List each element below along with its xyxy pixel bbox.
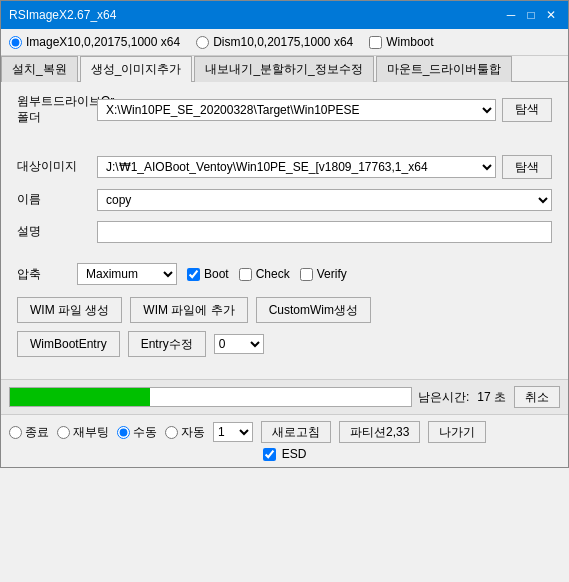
radio-bar: ImageX10,0,20175,1000 x64 Dism10,0,20175…: [1, 29, 568, 56]
check-label: Check: [256, 267, 290, 281]
compression-label: 압축: [17, 266, 67, 283]
manual-radio[interactable]: [117, 426, 130, 439]
action-buttons-row1: WIM 파일 생성 WIM 파일에 추가 CustomWim생성: [17, 297, 552, 323]
wim-drive-select[interactable]: X:\Win10PE_SE_20200328\Target\Win10PESE: [97, 99, 496, 121]
dism-radio-group[interactable]: Dism10,0,20175,1000 x64: [196, 35, 353, 49]
title-bar-controls: ─ □ ✕: [502, 6, 560, 24]
tab-mount[interactable]: 마운트_드라이버툴합: [376, 56, 513, 82]
name-label: 이름: [17, 192, 97, 208]
bottom-row2: ESD: [9, 447, 560, 461]
boot-check-group[interactable]: Boot: [187, 267, 229, 281]
esd-checkbox[interactable]: [263, 448, 276, 461]
main-window: RSImageX2.67_x64 ─ □ ✕ ImageX10,0,20175,…: [0, 0, 569, 468]
entry-select[interactable]: 0 1 2 3: [214, 334, 264, 354]
close-button[interactable]: ✕: [542, 6, 560, 24]
custom-wim-button[interactable]: CustomWim생성: [256, 297, 371, 323]
wimboot-checkbox[interactable]: [369, 36, 382, 49]
check-checkbox[interactable]: [239, 268, 252, 281]
manual-radio-group[interactable]: 수동: [117, 424, 157, 441]
desc-row: 설명: [17, 221, 552, 243]
wimboot-label: Wimboot: [386, 35, 433, 49]
auto-label: 자동: [181, 424, 205, 441]
progress-bar-container: [9, 387, 412, 407]
wimboot-group[interactable]: Wimboot: [369, 35, 433, 49]
wim-add-button[interactable]: WIM 파일에 추가: [130, 297, 247, 323]
wim-boot-entry-button[interactable]: WimBootEntry: [17, 331, 120, 357]
count-select[interactable]: 1 2 3: [213, 422, 253, 442]
minimize-button[interactable]: ─: [502, 6, 520, 24]
desc-input-group: [97, 221, 552, 243]
tab-create-image[interactable]: 생성_이미지추가: [80, 56, 193, 82]
browse-button-2[interactable]: 탐색: [502, 155, 552, 179]
name-row: 이름 copy: [17, 189, 552, 211]
next-button[interactable]: 나가기: [428, 421, 486, 443]
reboot-label: 재부팅: [73, 424, 109, 441]
content-area: 윔부트드라이브Or 폴더 X:\Win10PE_SE_20200328\Targ…: [1, 82, 568, 379]
imagex-label: ImageX10,0,20175,1000 x64: [26, 35, 180, 49]
title-bar: RSImageX2.67_x64 ─ □ ✕: [1, 1, 568, 29]
progress-info: 남은시간: 17 초 취소: [418, 386, 560, 408]
wim-create-button[interactable]: WIM 파일 생성: [17, 297, 122, 323]
boot-checkbox[interactable]: [187, 268, 200, 281]
manual-label: 수동: [133, 424, 157, 441]
end-label: 종료: [25, 424, 49, 441]
end-radio-group[interactable]: 종료: [9, 424, 49, 441]
remaining-value: 17 초: [477, 389, 506, 406]
imagex-radio[interactable]: [9, 36, 22, 49]
reboot-radio-group[interactable]: 재부팅: [57, 424, 109, 441]
cancel-button[interactable]: 취소: [514, 386, 560, 408]
compression-select[interactable]: Maximum Fast None: [77, 263, 177, 285]
reboot-radio[interactable]: [57, 426, 70, 439]
check-check-group[interactable]: Check: [239, 267, 290, 281]
target-image-input-group: J:\₩1_AIOBoot_Ventoy\Win10PE_SE_[v1809_1…: [97, 155, 552, 179]
wim-drive-label: 윔부트드라이브Or 폴더: [17, 94, 97, 125]
dism-label: Dism10,0,20175,1000 x64: [213, 35, 353, 49]
bottom-bar: 종료 재부팅 수동 자동 1 2 3 새로고침 파티션2,33 나가기: [1, 414, 568, 467]
bottom-row1: 종료 재부팅 수동 자동 1 2 3 새로고침 파티션2,33 나가기: [9, 421, 560, 443]
auto-radio[interactable]: [165, 426, 178, 439]
verify-label: Verify: [317, 267, 347, 281]
verify-checkbox[interactable]: [300, 268, 313, 281]
desc-input[interactable]: [97, 221, 552, 243]
name-select[interactable]: copy: [97, 189, 552, 211]
wim-drive-input-group: X:\Win10PE_SE_20200328\Target\Win10PESE …: [97, 98, 552, 122]
tab-install[interactable]: 설치_복원: [1, 56, 78, 82]
target-image-row: 대상이미지 J:\₩1_AIOBoot_Ventoy\Win10PE_SE_[v…: [17, 155, 552, 179]
remaining-label: 남은시간:: [418, 389, 469, 406]
progress-bar-fill: [10, 388, 150, 406]
window-title: RSImageX2.67_x64: [9, 8, 116, 22]
partition-button[interactable]: 파티션2,33: [339, 421, 420, 443]
compression-row: 압축 Maximum Fast None Boot Check Verify: [17, 263, 552, 285]
name-input-group: copy: [97, 189, 552, 211]
boot-label: Boot: [204, 267, 229, 281]
target-image-select[interactable]: J:\₩1_AIOBoot_Ventoy\Win10PE_SE_[v1809_1…: [97, 156, 496, 178]
progress-row: 남은시간: 17 초 취소: [1, 379, 568, 414]
wim-drive-row: 윔부트드라이브Or 폴더 X:\Win10PE_SE_20200328\Targ…: [17, 94, 552, 125]
target-image-label: 대상이미지: [17, 159, 97, 175]
entry-row: WimBootEntry Entry수정 0 1 2 3: [17, 331, 552, 357]
maximize-button[interactable]: □: [522, 6, 540, 24]
dism-radio[interactable]: [196, 36, 209, 49]
desc-label: 설명: [17, 224, 97, 240]
esd-label: ESD: [282, 447, 307, 461]
refresh-button[interactable]: 새로고침: [261, 421, 331, 443]
browse-button-1[interactable]: 탐색: [502, 98, 552, 122]
end-radio[interactable]: [9, 426, 22, 439]
verify-check-group[interactable]: Verify: [300, 267, 347, 281]
tab-export[interactable]: 내보내기_분할하기_정보수정: [194, 56, 373, 82]
entry-edit-button[interactable]: Entry수정: [128, 331, 206, 357]
auto-radio-group[interactable]: 자동: [165, 424, 205, 441]
tab-bar: 설치_복원 생성_이미지추가 내보내기_분할하기_정보수정 마운트_드라이버툴합: [1, 56, 568, 82]
imagex-radio-group[interactable]: ImageX10,0,20175,1000 x64: [9, 35, 180, 49]
